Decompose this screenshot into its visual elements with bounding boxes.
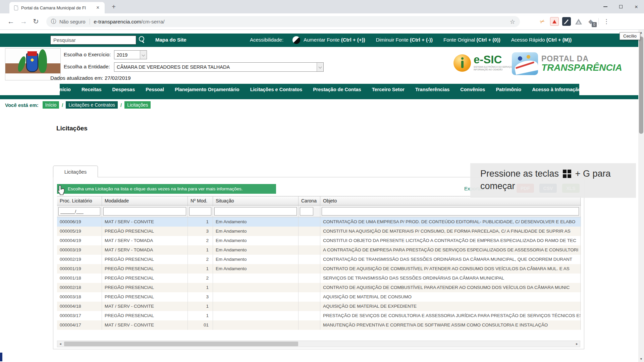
nav-item-patrimonio[interactable]: Patrimônio	[492, 87, 525, 92]
reload-button[interactable]: ↻	[33, 17, 39, 25]
portal-transparencia-logo[interactable]: PORTAL DA TRANSPARÊNCIA	[512, 52, 622, 75]
windows-logo-icon	[563, 170, 571, 178]
nav-item-inicio[interactable]: Início	[54, 87, 75, 92]
column-header-situacao[interactable]: Situação	[213, 196, 299, 205]
gamebar-text-1: Pressione as teclas	[480, 169, 559, 179]
cell-5: CONTRATO DE AQUISIÇÃO DE COMBUSTÍVEL P/ …	[320, 264, 581, 274]
table-row[interactable]: 000001/18PREGÃO PRESENCIAL2SERVIÇOS DE T…	[57, 274, 581, 283]
filter-input-modalidade[interactable]	[103, 207, 186, 216]
scroll-down-icon[interactable]: ▼	[638, 356, 644, 362]
nav-item-pessoal[interactable]: Pessoal	[142, 87, 168, 92]
accessibility-label: Acessibilidade:	[250, 37, 283, 43]
table-row[interactable]: 000002/19PREGÃO PRESENCIAL2Em AndamentoC…	[57, 255, 581, 264]
nav-item-acesso-a-informacao[interactable]: Acesso à Informação	[528, 87, 585, 92]
table-row[interactable]: 000001/19PREGÃO PRESENCIAL1Em AndamentoC…	[57, 264, 581, 274]
vertical-scroll-thumb[interactable]	[639, 37, 643, 134]
browser-menu-button[interactable]: ⋮	[602, 17, 611, 26]
cell-2: 1	[188, 283, 213, 292]
nav-item-convenios[interactable]: Convênios	[456, 87, 489, 92]
extension-badge: 0	[592, 22, 597, 27]
breadcrumb-item-licitacoes[interactable]: Licitações	[124, 101, 151, 109]
table-row[interactable]: 000004/19MAT / SERV - TOMADA2Em Andament…	[57, 236, 581, 245]
table-row[interactable]: 000005/19PREGÃO PRESENCIAL3Em AndamentoC…	[57, 227, 581, 236]
column-header-n-mod-[interactable]: Nº Mod.	[188, 196, 213, 205]
nav-item-planejamento-orcamentario[interactable]: Planejamento Orçamentário	[171, 87, 244, 92]
window-close-button[interactable]: ×	[629, 0, 644, 13]
cell-1: PREGÃO PRESENCIAL	[102, 292, 188, 302]
table-row[interactable]: 000003/17PREGÃO PRESENCIAL1PRESTAÇÃO DE …	[57, 311, 581, 320]
nav-item-terceiro-setor[interactable]: Terceiro Setor	[368, 87, 409, 92]
address-bar[interactable]: ⓘ Não seguro e-transparencia.com /cm-ser…	[46, 16, 520, 27]
horizontal-scroll-thumb[interactable]	[64, 342, 298, 346]
table-row[interactable]: 000004/18MAT / SERV - CONVITE1AQUISIÇÃO …	[57, 302, 581, 311]
drive-extension-icon[interactable]	[574, 17, 583, 26]
table-row[interactable]: 000002/18PREGÃO PRESENCIAL1CONTRATO DE A…	[57, 283, 581, 292]
font-link-acesso-rapido[interactable]: Acesso Rápido (Ctrl + (M))	[511, 37, 572, 43]
font-link-diminuir-fonte[interactable]: Diminuir Fonte (Ctrl + (-))	[376, 37, 433, 43]
site-map-link[interactable]: Mapa do Site	[155, 37, 186, 43]
nav-item-receitas[interactable]: Receitas	[77, 87, 106, 92]
contrast-icon[interactable]	[292, 36, 300, 44]
search-icon[interactable]	[138, 36, 146, 44]
browser-tab[interactable]: Portal da Camara Municipal de Fl ×	[9, 2, 105, 13]
filter-input-carona[interactable]	[300, 207, 313, 216]
table-row[interactable]: 000006/19MAT / SERV - CONVITE1Em Andamen…	[57, 217, 581, 227]
nav-item-prestacao-de-contas[interactable]: Prestação de Contas	[309, 87, 365, 92]
antivirus-extension-icon[interactable]: ◆ 0	[586, 17, 595, 26]
window-maximize-button[interactable]	[613, 0, 629, 13]
cell-4	[299, 311, 320, 320]
filter-cell-situacao	[213, 205, 299, 217]
esic-logo[interactable]: e-SIC SISTEMA ELETRÔNICO DO SERVIÇO DE I…	[453, 54, 517, 72]
page-vertical-scrollbar[interactable]: ▲ ▼	[638, 30, 644, 362]
forward-button[interactable]: →	[20, 17, 27, 25]
cell-3: Em Andamento	[213, 255, 299, 264]
filter-input-objeto[interactable]	[322, 207, 579, 216]
window-minimize-button[interactable]	[598, 0, 613, 13]
pen-icon	[565, 19, 568, 24]
font-link-aumentar-fonte[interactable]: Aumentar Fonte (Ctrl + (+))	[304, 37, 365, 43]
browser-tab-strip: Portal da Camara Municipal de Fl × + ×	[0, 0, 644, 13]
table-horizontal-scrollbar[interactable]: ◄ ►	[57, 341, 580, 347]
nav-item-transferencias[interactable]: Transferências	[411, 87, 453, 92]
breadcrumb: Você está em: Início/Licitações e Contra…	[5, 101, 151, 109]
filter-input-situacao[interactable]	[214, 207, 297, 216]
pdf-extension-icon[interactable]	[550, 17, 559, 26]
new-tab-button[interactable]: +	[109, 3, 118, 11]
wand-extension-icon[interactable]: ✂	[538, 17, 547, 26]
table-row[interactable]: 000003/19MAT / SERV - TOMADA1Em Andament…	[57, 245, 581, 255]
table-row[interactable]: 000004/17MAT / SERV - CONVITE01MANUTENÇÃ…	[57, 320, 581, 330]
breadcrumb-item-inicio[interactable]: Início	[43, 101, 59, 109]
search-input[interactable]	[50, 36, 136, 45]
cell-5: CONTRATAÇÃO DE UMA EMPRESA P/ PROD. DE C…	[320, 217, 581, 227]
scroll-right-icon[interactable]: ►	[574, 341, 580, 347]
table-body: 000006/19MAT / SERV - CONVITE1Em Andamen…	[57, 217, 581, 330]
cell-4	[299, 320, 320, 330]
url-path: /cm-serra/	[141, 19, 165, 25]
cell-5: CONSTITUI NA AQUISIÇÃO DE MATERIAIS P/ C…	[320, 227, 581, 236]
cell-4	[299, 283, 320, 292]
breadcrumb-item-licitacoes-e-contratos[interactable]: Licitações e Contratos	[66, 101, 118, 109]
portal-line1: PORTAL DA	[541, 55, 622, 63]
filter-input-proc-licitatorio[interactable]	[58, 207, 100, 216]
back-button[interactable]: ←	[7, 17, 14, 25]
info-icon[interactable]: ⓘ	[51, 18, 56, 25]
cell-2: 1	[188, 264, 213, 274]
nav-item-licitacoes-e-contratos[interactable]: Licitações e Contratos	[246, 87, 307, 92]
scroll-left-icon[interactable]: ◄	[57, 341, 63, 347]
column-header-proc-licitatorio[interactable]: Proc. Licitatório	[57, 196, 102, 205]
table-row[interactable]: 000003/18PREGÃO PRESENCIAL3AQUISIÇÃO DE …	[57, 292, 581, 302]
exercise-select[interactable]: 2019	[114, 50, 147, 59]
bookmark-star-icon[interactable]: ☆	[510, 18, 515, 25]
pen-extension-icon[interactable]	[562, 17, 571, 26]
nav-item-despesas[interactable]: Despesas	[108, 87, 139, 92]
entity-select[interactable]: CÂMARA DE VEREADORES DE SERRA TALHADA	[114, 62, 324, 72]
font-link-fonte-original[interactable]: Fonte Original (Ctrl + (0))	[443, 37, 500, 43]
column-header-modalidade[interactable]: Modalidade	[102, 196, 188, 205]
column-header-carona[interactable]: Carona	[299, 196, 320, 205]
tab-close-icon[interactable]: ×	[96, 5, 99, 10]
adobe-triangle-icon	[552, 20, 556, 23]
tab-licitacoes[interactable]: Licitações	[53, 166, 98, 177]
cell-4	[299, 255, 320, 264]
filter-input-n-mod-[interactable]	[189, 207, 211, 216]
breadcrumb-separator: /	[120, 102, 122, 108]
